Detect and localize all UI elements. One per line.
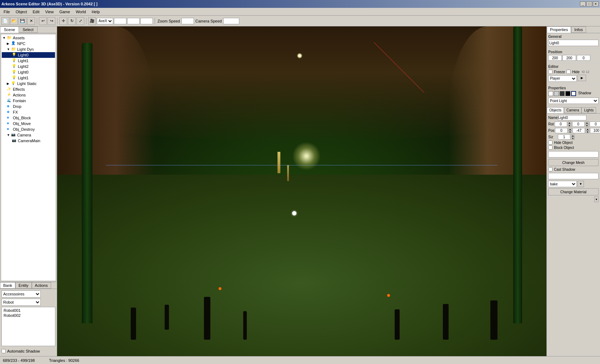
expand-camera[interactable]: ▼ xyxy=(7,133,11,137)
tree-item-fx[interactable]: ◆ FX xyxy=(2,109,55,115)
tab-scene[interactable]: Scene xyxy=(0,26,19,33)
cast-shadow-checkbox[interactable] xyxy=(548,167,552,171)
size-down[interactable]: ▼ xyxy=(571,137,575,140)
color-swatch-dark[interactable] xyxy=(560,91,565,96)
menu-edit[interactable]: Edit xyxy=(30,9,42,15)
menu-world[interactable]: World xyxy=(73,9,89,15)
tree-item-objmove[interactable]: ■ Obj_Move xyxy=(2,121,55,126)
pos-x-obj-input[interactable] xyxy=(555,128,568,133)
tree-item-npc[interactable]: ▶ 👤 NPC xyxy=(2,41,55,46)
color-swatch-white[interactable] xyxy=(548,91,553,96)
tree-item-objdestroy[interactable]: ■ Obj_Destroy xyxy=(2,126,55,132)
tab-properties[interactable]: Properties xyxy=(547,26,571,33)
hide-object-checkbox[interactable] xyxy=(548,140,552,145)
viewport[interactable] xyxy=(57,26,546,356)
tab-entity[interactable]: Entity xyxy=(15,282,32,289)
expand-lightdyn[interactable]: ▼ xyxy=(7,48,11,51)
tree-item-drop[interactable]: ◆ Drop xyxy=(2,104,55,109)
rot-x-input[interactable] xyxy=(555,121,567,127)
tree-item-lightdyn[interactable]: ▼ 📁 Light Dyn xyxy=(2,46,55,52)
menu-file[interactable]: File xyxy=(1,9,13,15)
undo-button[interactable]: ↩ xyxy=(39,17,47,25)
tab-objects[interactable]: Objects xyxy=(547,107,564,113)
move-button[interactable]: ✛ xyxy=(59,17,67,25)
close-file-button[interactable]: ✕ xyxy=(27,17,35,25)
pos-z-obj-input[interactable] xyxy=(590,128,600,133)
tree-item-actions[interactable]: ⚡ Actions xyxy=(2,92,55,98)
item-robot002[interactable]: Robot002 xyxy=(2,313,54,318)
maximize-button[interactable]: □ xyxy=(586,1,592,6)
open-button[interactable]: 📂 xyxy=(10,17,18,25)
pos-y-up[interactable]: ▲ xyxy=(586,128,589,130)
pos-y-input[interactable] xyxy=(562,55,576,61)
auto-shadow-checkbox[interactable] xyxy=(1,349,6,353)
pos-x-up[interactable]: ▲ xyxy=(568,128,572,130)
scale-button[interactable]: ⤢ xyxy=(76,17,84,25)
tree-view[interactable]: ▼ 📁 Assets ▶ 👤 NPC ▼ 📁 Light Dyn 💡 Light… xyxy=(1,34,56,281)
tree-item-light1b[interactable]: 💡 Light1 xyxy=(2,75,55,81)
rot-z-input[interactable] xyxy=(590,121,600,127)
tree-item-lightstatic[interactable]: ▶ 💡 Light Static xyxy=(2,81,55,86)
pos-z-input[interactable] xyxy=(577,55,590,61)
menu-game[interactable]: Game xyxy=(56,9,73,15)
pos-x-down[interactable]: ▼ xyxy=(568,130,572,133)
rot-y-down[interactable]: ▼ xyxy=(585,124,589,127)
bake-dropdown-button[interactable]: ▼ xyxy=(578,181,584,187)
save-button[interactable]: 💾 xyxy=(19,17,26,25)
new-button[interactable]: 📄 xyxy=(1,17,9,25)
minimize-button[interactable]: _ xyxy=(580,1,586,6)
tree-item-fontain[interactable]: 🌊 Fontain xyxy=(2,98,55,104)
tree-item-assets[interactable]: ▼ 📁 Assets xyxy=(2,35,55,41)
tree-item-light1[interactable]: 💡 Light1 xyxy=(2,58,55,64)
material-input[interactable] xyxy=(548,173,599,179)
rotate-button[interactable]: ↻ xyxy=(68,17,76,25)
category-select[interactable]: Accessoires Characters Vehicles Props xyxy=(1,290,41,298)
pos-y-down[interactable]: ▼ xyxy=(586,130,589,133)
pos-x-input[interactable] xyxy=(548,55,562,61)
tree-item-light0[interactable]: 💡 Light0 xyxy=(2,52,55,58)
light-type-select[interactable]: Point Light Directional Spot Light xyxy=(548,98,599,104)
freeze-checkbox[interactable] xyxy=(548,70,552,74)
tree-item-effects[interactable]: ✨ Effects xyxy=(2,86,55,92)
tab-select[interactable]: Select xyxy=(19,26,38,33)
expand-npc[interactable]: ▶ xyxy=(7,42,11,45)
axis-select[interactable]: AxeX AxeY AxeZ xyxy=(97,18,113,24)
block-object-checkbox[interactable] xyxy=(548,145,552,150)
change-mesh-button[interactable]: Change Mesh xyxy=(548,159,599,166)
general-input[interactable] xyxy=(548,40,599,46)
rot-x-up[interactable]: ▲ xyxy=(568,121,571,124)
bake-select[interactable]: bake none lightmap xyxy=(548,181,577,187)
tree-item-objblock[interactable]: ■ Obj_Block xyxy=(2,115,55,121)
type-select[interactable]: Robot Human Monster xyxy=(1,299,41,306)
expand-lightstatic[interactable]: ▶ xyxy=(7,82,11,85)
camera-button[interactable]: 🎥 xyxy=(88,17,96,25)
redo-button[interactable]: ↪ xyxy=(48,17,55,25)
tree-item-light0b[interactable]: 💡 Light0 xyxy=(2,69,55,75)
mesh-input[interactable] xyxy=(548,151,599,158)
z-input[interactable]: 25 xyxy=(140,18,153,24)
camera-speed-input[interactable]: 282 xyxy=(223,18,239,24)
menu-help[interactable]: Help xyxy=(89,9,103,15)
pos-y-obj-input[interactable] xyxy=(572,128,585,133)
x-input[interactable]: 25 xyxy=(114,18,126,24)
color-swatch-light[interactable] xyxy=(554,91,559,96)
player-action-button[interactable]: ▶ xyxy=(578,75,586,81)
size-up[interactable]: ▲ xyxy=(571,134,575,137)
tab-infos[interactable]: Infos xyxy=(571,26,586,33)
menu-object[interactable]: Object xyxy=(13,9,30,15)
color-swatch-black[interactable] xyxy=(565,91,570,96)
y-input[interactable]: 25 xyxy=(127,18,140,24)
rot-x-down[interactable]: ▼ xyxy=(568,124,571,127)
hide-checkbox[interactable] xyxy=(566,70,571,74)
expand-assets[interactable]: ▼ xyxy=(2,36,7,40)
rot-y-input[interactable] xyxy=(572,121,585,127)
menu-view[interactable]: View xyxy=(42,9,57,15)
tab-camera[interactable]: Camera xyxy=(564,107,582,113)
tree-item-cameramain[interactable]: 📷 CameraMain xyxy=(2,138,55,144)
player-select[interactable]: Player World xyxy=(548,75,577,82)
tab-lights[interactable]: Lights xyxy=(581,107,596,113)
change-material-button[interactable]: Change Material xyxy=(548,188,599,195)
obj-name-input[interactable] xyxy=(558,115,586,120)
item-robot001[interactable]: Robot001 xyxy=(2,308,54,313)
tab-bank[interactable]: Bank xyxy=(0,282,15,289)
